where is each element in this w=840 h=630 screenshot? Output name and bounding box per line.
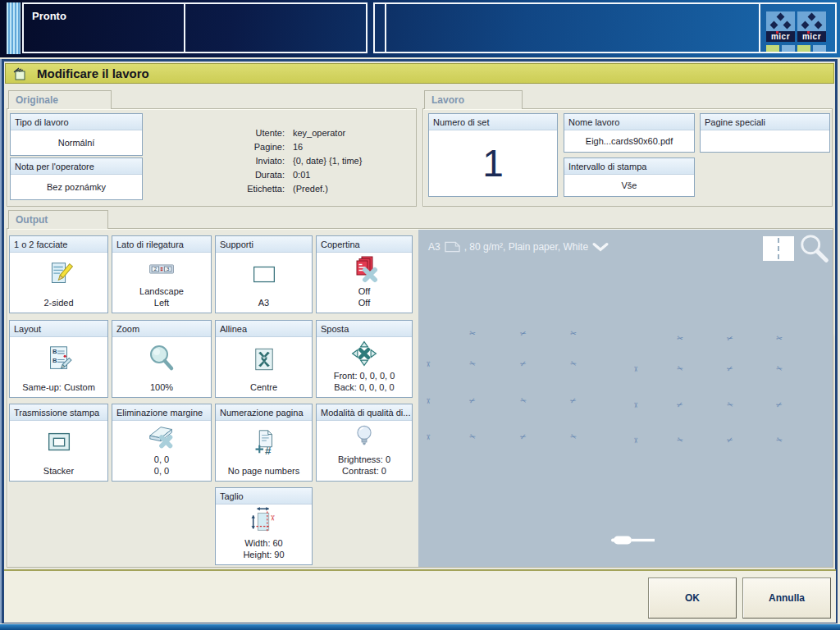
page-number-icon: # xyxy=(216,421,312,465)
info-value: {0, date} {1, time} xyxy=(293,156,418,166)
tile-value: A3 xyxy=(216,297,312,313)
tab-originale[interactable]: Originale xyxy=(8,90,112,109)
crop-mark-scissors-icon: ✂ xyxy=(424,434,431,441)
svg-text:2: 2 xyxy=(154,267,157,272)
screen: Pronto micr micr xyxy=(0,0,840,630)
tile-value: Same-up: Custom xyxy=(10,381,107,397)
tile-tipo-di-lavoro[interactable]: Tipo di lavoro Normální xyxy=(10,113,143,156)
crop-mark-scissors-icon: ✂ xyxy=(424,361,431,368)
printer-status-text: Pronto xyxy=(32,10,66,22)
micr-logo-icon: micr xyxy=(766,11,795,42)
tile-value: Centre xyxy=(216,381,312,397)
tab-output[interactable]: Output xyxy=(8,210,108,229)
tile-zoom[interactable]: Zoom 100% xyxy=(112,320,212,398)
status-divider xyxy=(759,4,760,52)
micr-status-bars xyxy=(797,45,826,52)
tile-1-o-2-facciate[interactable]: 1 o 2 facciate 2-sided xyxy=(9,235,108,313)
media-details: , 80 g/m², Plain paper, White xyxy=(464,241,588,253)
tile-header: 1 o 2 facciate xyxy=(10,236,107,253)
status-box-left: Pronto xyxy=(22,2,368,53)
tile-header: Nota per l'operatore xyxy=(11,158,142,175)
layout-icon: BB xyxy=(10,337,107,381)
tile-header: Copertina xyxy=(317,236,412,253)
micr-logo-text: micr xyxy=(766,31,795,42)
info-label: Inviato: xyxy=(208,156,285,166)
tab-lavoro[interactable]: Lavoro xyxy=(424,90,523,109)
tile-header: Intervallo di stampa xyxy=(564,158,694,175)
tile-value: 100% xyxy=(112,381,211,397)
tile-value: 2-sided xyxy=(10,297,107,313)
dialog-footer: OK Annulla xyxy=(4,569,836,623)
tile-lato-di-rilegatura[interactable]: Lato di rilegatura 23 Landscape Left xyxy=(112,235,212,313)
tile-header: Numerazione pagina xyxy=(216,404,312,421)
tile-header: Tipo di lavoro xyxy=(11,114,142,130)
crop-mark-scissors-icon: ✂ xyxy=(676,335,683,343)
info-label: Utente: xyxy=(208,128,285,138)
tile-pagine-speciali[interactable]: Pagine speciali xyxy=(700,113,830,153)
tile-nome-lavoro[interactable]: Nome lavoro Eigh...cards90x60.pdf xyxy=(564,113,695,153)
media-icon xyxy=(216,253,312,297)
tile-value: Front: 0, 0, 0, 0 Back: 0, 0, 0, 0 xyxy=(317,370,412,397)
tile-numero-di-set[interactable]: Numero di set 1 xyxy=(428,113,558,197)
tile-header: Allinea xyxy=(216,321,312,337)
info-value: 16 xyxy=(293,142,418,152)
tile-supporti[interactable]: Supporti A3 xyxy=(215,235,313,313)
tile-intervallo-stampa[interactable]: Intervallo di stampa Vše xyxy=(564,158,695,197)
tile-value: Normální xyxy=(11,130,142,155)
two-sided-icon xyxy=(10,253,107,297)
crop-mark-scissors-icon: ✂ xyxy=(726,335,734,344)
job-info-list: Utente: key_operator Pagine: 16 Inviato:… xyxy=(208,128,418,194)
tile-copertina[interactable]: Copertina Off Off xyxy=(316,235,413,313)
tile-header: Eliminazione margine xyxy=(112,404,211,421)
crop-mark-scissors-icon: ✂ xyxy=(469,330,477,338)
crop-mark-scissors-icon: ✂ xyxy=(632,402,639,409)
tile-value: No page numbers xyxy=(216,465,312,481)
status-divider xyxy=(385,4,386,52)
micr-status-bars xyxy=(766,45,795,52)
binding-edge-icon: 23 xyxy=(112,253,211,285)
cancel-button[interactable]: Annulla xyxy=(742,578,831,619)
tile-value: Brightness: 0 Contrast: 0 xyxy=(317,454,412,481)
tile-numerazione-pagina[interactable]: Numerazione pagina # No page numbers xyxy=(215,404,313,482)
tile-value: 0, 0 0, 0 xyxy=(112,454,211,481)
preview-zoom-icon[interactable] xyxy=(799,233,830,264)
dialog-title-bar: Modificare il lavoro xyxy=(5,63,834,84)
tile-header: Supporti xyxy=(216,236,312,253)
info-value: (Predef.) xyxy=(293,184,418,194)
job-name-value: Eigh...cards90x60.pdf xyxy=(564,130,694,152)
sheet-view-toggle-icon[interactable] xyxy=(763,236,794,261)
special-pages-value xyxy=(701,130,829,152)
ok-button[interactable]: OK xyxy=(648,578,737,619)
tile-layout[interactable]: Layout BB Same-up: Custom xyxy=(9,320,108,398)
tile-modalita-qualita[interactable]: Modalità di qualità di... Brightness: 0 … xyxy=(316,404,413,482)
tile-sposta[interactable]: Sposta Front: 0, 0, 0, 0 Back: 0, 0, 0, … xyxy=(316,320,413,398)
crop-mark-scissors-icon: ✂ xyxy=(776,335,783,343)
lightbulb-icon xyxy=(317,421,412,454)
info-label: Pagine: xyxy=(208,142,285,152)
trim-icon: ✂ xyxy=(216,504,312,537)
svg-text:B: B xyxy=(52,348,57,355)
info-value: key_operator xyxy=(293,128,418,138)
top-status-bar: Pronto micr micr xyxy=(0,0,840,57)
tile-value: Landscape Left xyxy=(112,285,211,313)
crop-mark-scissors-icon: ✂ xyxy=(424,398,431,404)
set-count-value: 1 xyxy=(482,144,504,182)
crop-mark-scissors-icon: ✂ xyxy=(519,330,527,339)
tile-header: Modalità di qualità di... xyxy=(317,404,412,421)
status-divider xyxy=(184,4,185,52)
tile-nota-operatore[interactable]: Nota per l'operatore Bez poznámky xyxy=(10,158,143,200)
cover-off-icon xyxy=(317,253,412,285)
media-selector[interactable]: A3 , 80 g/m², Plain paper, White xyxy=(428,241,609,253)
paper-landscape-icon xyxy=(445,241,460,253)
tile-value: Width: 60 Height: 90 xyxy=(216,537,312,564)
tile-header: Trasmissione stampa xyxy=(10,404,107,421)
info-label: Etichetta: xyxy=(208,184,285,194)
tile-trasmissione-stampa[interactable]: Trasmissione stampa Stacker xyxy=(9,404,108,482)
magnifier-icon xyxy=(112,337,211,381)
margin-erase-icon xyxy=(112,421,211,454)
edit-job-icon xyxy=(12,66,27,81)
micr-logo-top xyxy=(766,11,795,31)
tile-eliminazione-margine[interactable]: Eliminazione margine 0, 0 0, 0 xyxy=(112,404,212,482)
tile-allinea[interactable]: Allinea Centre xyxy=(215,320,313,398)
tile-taglio[interactable]: Taglio ✂ Width: 60 Height: 90 xyxy=(215,487,313,565)
